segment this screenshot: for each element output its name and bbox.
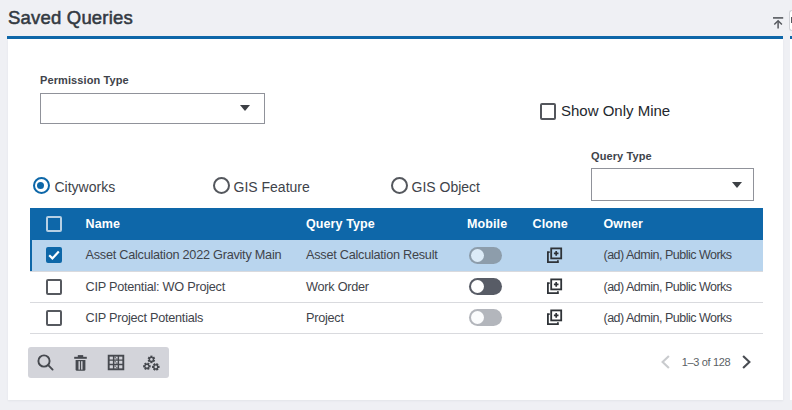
radio-gis-feature-label: GIS Feature (234, 179, 310, 195)
cell-name: CIP Potential: WO Project (86, 272, 225, 302)
gear-left (143, 363, 151, 371)
column-header-clone[interactable]: Clone (533, 208, 568, 240)
table-toolbar (28, 347, 169, 378)
checkmark-icon (46, 247, 62, 263)
search-icon (36, 353, 55, 372)
table-row[interactable]: CIP Potential: WO Project Work Order (ad… (30, 272, 764, 303)
settings-button[interactable] (138, 350, 164, 376)
row-checkbox[interactable] (46, 279, 62, 295)
gears-icon (142, 353, 161, 372)
gear-right (152, 363, 160, 371)
mobile-toggle-off[interactable] (469, 309, 502, 326)
column-header-owner[interactable]: Owner (604, 208, 643, 240)
cell-owner: (ad) Admin, Public Works (604, 303, 732, 334)
show-only-mine-label: Show Only Mine (561, 102, 670, 119)
row-checkbox-checked[interactable] (46, 247, 62, 263)
select-all-checkbox[interactable] (46, 216, 62, 232)
dropdown-caret-icon (240, 105, 250, 111)
mobile-toggle-off[interactable] (469, 278, 502, 295)
gear-top (147, 356, 155, 364)
cell-name: Asset Calculation 2022 Gravity Main (86, 240, 282, 272)
collapse-to-top-button[interactable] (769, 14, 787, 32)
clone-button[interactable] (546, 278, 563, 295)
pagination: 1–3 of 128 (648, 348, 768, 376)
clone-icon (546, 247, 563, 264)
permission-type-label: Permission Type (40, 74, 129, 86)
radio-gis-object-label: GIS Object (412, 179, 480, 195)
cell-owner: (ad) Admin, Public Works (604, 240, 732, 272)
table-row[interactable]: CIP Project Potentials Project (ad) Admi… (30, 303, 764, 335)
query-type-label: Query Type (591, 150, 652, 162)
column-header-name[interactable]: Name (86, 208, 120, 240)
query-type-select[interactable] (591, 168, 754, 201)
collapse-to-top-icon (769, 14, 787, 32)
radio-gis-feature[interactable] (213, 177, 230, 194)
table-row[interactable]: Asset Calculation 2022 Gravity Main Asse… (30, 240, 764, 273)
next-page-button[interactable] (734, 350, 758, 374)
clone-icon (546, 278, 563, 295)
dropdown-caret-icon (732, 182, 742, 188)
cell-name: CIP Project Potentials (86, 303, 204, 334)
chevron-right-icon (739, 355, 753, 369)
column-header-mobile[interactable]: Mobile (467, 208, 507, 240)
column-chooser-icon (107, 354, 125, 371)
radio-cityworks[interactable] (33, 177, 50, 194)
column-chooser-button[interactable] (103, 350, 129, 376)
column-header-query-type[interactable]: Query Type (306, 208, 375, 240)
show-only-mine-checkbox[interactable] (540, 103, 557, 120)
toggle-knob (471, 311, 484, 324)
page-title: Saved Queries (8, 7, 133, 29)
cell-owner: (ad) Admin, Public Works (604, 272, 732, 302)
toggle-knob (471, 280, 484, 293)
table-header: Name Query Type Mobile Clone Owner (30, 208, 764, 240)
clone-icon (546, 309, 563, 326)
radio-cityworks-label: Cityworks (55, 179, 116, 195)
cell-query-type: Work Order (306, 272, 369, 302)
radio-gis-object[interactable] (391, 177, 408, 194)
saved-queries-panel: Saved Queries Permission Type Show Only … (0, 0, 792, 410)
trash-icon (72, 354, 89, 372)
search-button[interactable] (33, 350, 59, 376)
mobile-toggle-off[interactable] (469, 247, 502, 264)
toggle-knob (471, 249, 484, 262)
permission-type-select[interactable] (40, 93, 265, 125)
delete-button[interactable] (68, 350, 94, 376)
cell-query-type: Asset Calculation Result (306, 240, 438, 272)
row-checkbox[interactable] (46, 310, 62, 326)
cell-query-type: Project (306, 303, 344, 334)
clone-button[interactable] (546, 309, 563, 326)
saved-queries-table: Name Query Type Mobile Clone Owner Asset… (30, 208, 764, 334)
clone-button[interactable] (546, 247, 563, 264)
